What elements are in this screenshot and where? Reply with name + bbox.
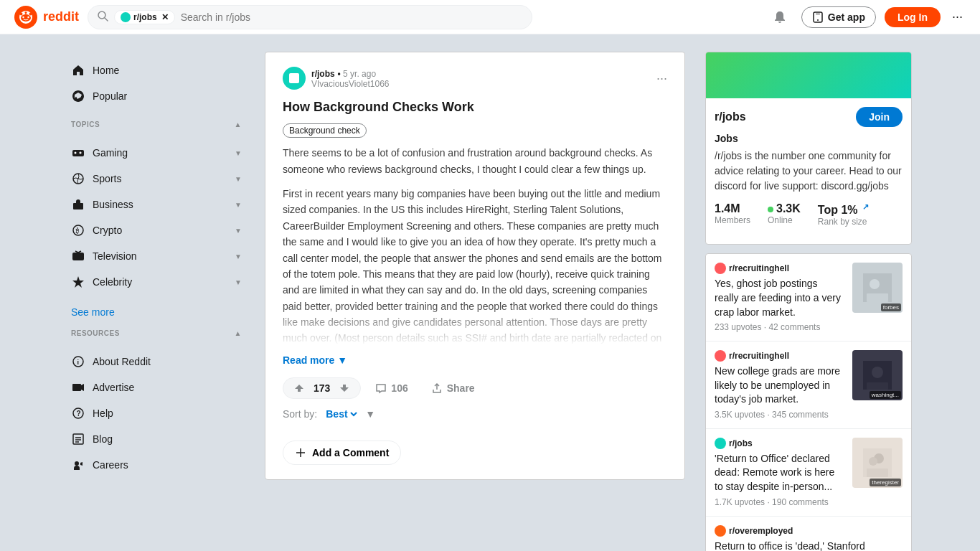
sidebar-item-gaming[interactable]: Gaming ▼	[60, 140, 253, 166]
community-title-row: r/jobs Join	[715, 107, 903, 127]
see-more-link[interactable]: See more	[60, 301, 253, 324]
crypto-icon: ₿	[71, 223, 85, 237]
post-avatar	[283, 67, 306, 90]
related-post-1[interactable]: r/recruitinghell Yes, ghost job postings…	[706, 254, 911, 342]
logo-icon	[14, 6, 37, 29]
svg-rect-38	[867, 293, 888, 302]
related-sub-4-icon	[715, 525, 726, 537]
resources-section: i About Reddit Advertise	[60, 343, 253, 484]
about-reddit-label: About Reddit	[93, 356, 242, 367]
rank-label: Rank by size	[818, 217, 869, 227]
sort-row: Sort by: Best ▼	[283, 399, 667, 429]
sidebar-item-about-reddit[interactable]: i About Reddit	[60, 349, 253, 375]
sidebar-item-celebrity[interactable]: Celebrity ▼	[60, 269, 253, 295]
join-button[interactable]: Join	[856, 107, 903, 127]
related-post-2[interactable]: r/recruitinghell New college grads are m…	[706, 342, 911, 429]
gaming-icon	[71, 146, 85, 160]
reddit-logo[interactable]: reddit	[14, 6, 79, 29]
related-post-4-content: r/overemployed Return to office is 'dead…	[715, 525, 903, 551]
television-icon	[71, 249, 85, 263]
post-username[interactable]: VIvaciousViolet1066	[311, 79, 651, 89]
svg-marker-21	[72, 276, 84, 288]
online-count: 3.3K	[768, 202, 801, 215]
left-sidebar: Home Popular TOPICS ▲	[60, 43, 253, 551]
search-input[interactable]	[181, 11, 523, 23]
get-app-button[interactable]: Get app	[801, 6, 876, 28]
login-button[interactable]: Log In	[885, 7, 941, 27]
upvote-button[interactable]	[289, 381, 309, 395]
related-post-4[interactable]: r/overemployed Return to office is 'dead…	[706, 517, 911, 551]
rank-link-icon: ↗	[862, 202, 869, 211]
post-time-ago: 5 yr. ago	[343, 69, 376, 79]
rank-value: Top 1% ↗	[818, 202, 869, 217]
community-stats: 1.4M Members 3.3K Online Top 1% ↗	[715, 202, 903, 227]
related-post-2-image: washingt...	[852, 350, 903, 400]
sidebar-item-blog[interactable]: Blog	[60, 426, 253, 452]
community-header-bg	[706, 52, 911, 98]
resources-toggle[interactable]: ▲	[235, 329, 242, 337]
related-post-4-title: Return to office is 'dead,' Stanford eco…	[715, 540, 903, 551]
sidebar-item-careers[interactable]: Careers	[60, 452, 253, 478]
related-sub-2-icon	[715, 350, 726, 362]
svg-point-7	[20, 12, 23, 15]
subreddit-tag[interactable]: r/jobs ✕	[114, 10, 175, 24]
read-more-button[interactable]: Read more ▼	[283, 354, 667, 366]
vote-controls: 173	[283, 377, 361, 399]
related-post-3-title: 'Return to Office' declared dead: Remote…	[715, 452, 844, 494]
header: reddit r/jobs ✕ Get app	[0, 0, 980, 34]
celebrity-chevron: ▼	[235, 278, 242, 286]
post-meta: r/jobs • 5 yr. ago VIvaciousViolet1066	[311, 67, 651, 89]
svg-rect-33	[289, 73, 299, 83]
sort-select[interactable]: Best	[323, 408, 359, 420]
svg-rect-20	[72, 253, 84, 260]
post-body: There seems to be a lot of confusion and…	[283, 145, 667, 346]
related-post-1-title: Yes, ghost job postings really are feedi…	[715, 277, 844, 319]
sidebar-item-popular[interactable]: Popular	[60, 83, 253, 109]
sidebar-item-business[interactable]: Business ▼	[60, 192, 253, 217]
sidebar-item-crypto[interactable]: ₿ Crypto ▼	[60, 217, 253, 243]
svg-rect-16	[73, 203, 83, 209]
post-actions: 173 106 Sha	[283, 377, 667, 399]
television-label: Television	[93, 250, 227, 262]
community-name[interactable]: r/jobs	[715, 110, 746, 123]
notification-btn[interactable]	[767, 7, 793, 27]
celebrity-icon	[71, 275, 85, 289]
svg-point-44	[869, 457, 877, 466]
post-subreddit[interactable]: r/jobs	[311, 69, 335, 79]
svg-point-32	[75, 461, 79, 466]
read-more-label: Read more	[283, 354, 334, 366]
topics-toggle[interactable]: ▲	[235, 121, 242, 128]
help-label: Help	[93, 408, 242, 419]
sidebar-item-television[interactable]: Television ▼	[60, 243, 253, 269]
sidebar-item-sports[interactable]: Sports ▼	[60, 166, 253, 192]
post-card: r/jobs • 5 yr. ago VIvaciousViolet1066 ·…	[265, 52, 685, 480]
related-post-3[interactable]: r/jobs 'Return to Office' declared dead:…	[706, 429, 911, 517]
blog-label: Blog	[93, 433, 242, 445]
svg-point-6	[29, 12, 32, 15]
online-label: Online	[768, 215, 801, 225]
related-post-1-content: r/recruitinghell Yes, ghost job postings…	[715, 263, 844, 332]
add-comment-button[interactable]: Add a Comment	[283, 441, 401, 465]
sidebar-item-help[interactable]: ? Help	[60, 400, 253, 426]
blog-icon	[71, 432, 85, 446]
crypto-label: Crypto	[93, 225, 227, 236]
search-icon	[97, 10, 108, 24]
topics-header: TOPICS ▲	[60, 115, 253, 134]
share-button[interactable]: Share	[423, 378, 484, 398]
svg-point-14	[75, 152, 77, 154]
svg-point-3	[27, 16, 29, 17]
subreddit-tag-close[interactable]: ✕	[161, 12, 169, 22]
comment-button[interactable]: 106	[367, 378, 416, 398]
resources-header: RESOURCES ▲	[60, 324, 253, 343]
home-icon	[71, 63, 85, 77]
sidebar-item-home[interactable]: Home	[60, 57, 253, 83]
vote-count: 173	[314, 382, 330, 394]
sidebar-item-advertise[interactable]: Advertise	[60, 375, 253, 400]
rank-stat: Top 1% ↗ Rank by size	[818, 202, 869, 227]
related-sub-1-icon	[715, 263, 726, 274]
downvote-button[interactable]	[334, 381, 354, 395]
post-flair[interactable]: Background check	[283, 123, 367, 138]
related-post-3-source: theregister	[870, 479, 901, 486]
more-options-button[interactable]: ···	[949, 6, 966, 27]
post-more-button[interactable]: ···	[656, 71, 667, 86]
